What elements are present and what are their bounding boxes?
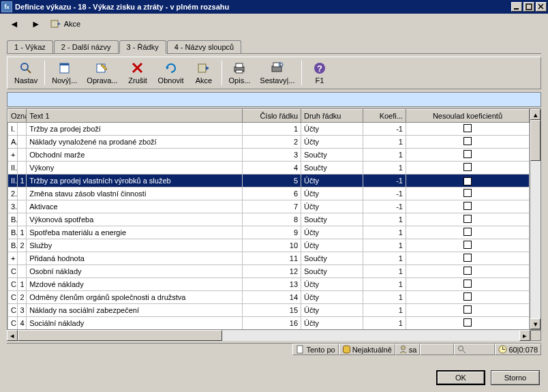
checkbox[interactable] — [463, 292, 472, 301]
cell-koef[interactable]: -1 — [363, 187, 406, 200]
nav-next-button[interactable]: ► — [29, 17, 44, 31]
cell-text[interactable]: Přidaná hodnota — [27, 252, 243, 265]
cell-oz1[interactable]: 2. — [8, 187, 18, 200]
cell-text[interactable]: Tržby za prodej zboží — [27, 123, 243, 136]
cell-druh-radku[interactable]: Účty — [301, 136, 363, 149]
cell-nesoulad[interactable] — [406, 187, 529, 200]
cell-oz1[interactable]: B. — [8, 213, 18, 226]
cell-text[interactable]: Náklady vynaložené na prodané zboží — [27, 136, 243, 149]
checkbox[interactable] — [463, 241, 472, 249]
vertical-scrollbar[interactable]: ▴ ▾ — [530, 109, 541, 329]
cell-nesoulad[interactable] — [406, 123, 529, 136]
col-nesoulad[interactable]: Nesoulad koeficientů — [406, 110, 529, 123]
cell-oz1[interactable]: C. — [8, 278, 18, 291]
cell-druh-radku[interactable]: Účty — [301, 239, 363, 252]
cell-koef[interactable]: -1 — [363, 123, 406, 136]
cell-text[interactable]: Náklady na sociální zabezpečení — [27, 304, 243, 317]
checkbox[interactable] — [463, 137, 472, 145]
cell-text[interactable]: Spotřeba materiálu a energie — [27, 226, 243, 239]
status-search[interactable] — [454, 344, 495, 355]
table-row[interactable]: C.Osobní náklady12Součty1 — [8, 265, 530, 278]
cell-oz2[interactable] — [17, 136, 27, 149]
cell-druh-radku[interactable]: Účty — [301, 304, 363, 317]
scroll-left-button[interactable]: ◂ — [7, 330, 18, 341]
cell-text[interactable]: Odměny členům orgánů společnosti a družs… — [27, 291, 243, 304]
cell-oz1[interactable]: II. — [8, 162, 18, 175]
cell-koef[interactable]: 1 — [363, 226, 406, 239]
table-row[interactable]: 2.Změna stavu zásob vlastní činnosti6Účt… — [8, 187, 530, 200]
cell-nesoulad[interactable] — [406, 291, 529, 304]
cell-cislo-radku[interactable]: 13 — [243, 278, 301, 291]
col-druh-radku[interactable]: Druh řádku — [301, 110, 363, 123]
cell-cislo-radku[interactable]: 9 — [243, 226, 301, 239]
cell-oz1[interactable]: B. — [8, 239, 18, 252]
checkbox[interactable] — [463, 189, 472, 197]
col-text1[interactable]: Text 1 — [27, 110, 243, 123]
cell-oz1[interactable]: + — [8, 149, 18, 162]
cell-oz2[interactable]: 2 — [17, 239, 27, 252]
table-row[interactable]: C.3Náklady na sociální zabezpečení15Účty… — [8, 304, 530, 317]
checkbox[interactable] — [463, 254, 472, 262]
cell-nesoulad[interactable] — [406, 136, 529, 149]
cell-nesoulad[interactable] — [406, 278, 529, 291]
cell-oz2[interactable] — [17, 200, 27, 213]
cell-nesoulad[interactable] — [406, 317, 529, 330]
cell-druh-radku[interactable]: Účty — [301, 226, 363, 239]
cell-text[interactable]: Výkonová spotřeba — [27, 213, 243, 226]
minimize-button[interactable] — [511, 2, 522, 12]
cell-cislo-radku[interactable]: 8 — [243, 213, 301, 226]
tab-radky[interactable]: 3 - Řádky — [119, 40, 166, 53]
table-row[interactable]: II.Výkony4Součty1 — [8, 162, 530, 175]
cell-oz1[interactable]: II. — [8, 175, 18, 187]
table-row[interactable]: C.1Mzdové náklady13Účty1 — [8, 278, 530, 291]
cell-koef[interactable]: 1 — [363, 213, 406, 226]
checkbox[interactable] — [463, 267, 472, 275]
cell-druh-radku[interactable]: Účty — [301, 175, 363, 187]
cell-cislo-radku[interactable]: 16 — [243, 317, 301, 330]
horizontal-scrollbar[interactable]: ◂ ▸ — [7, 330, 530, 341]
cell-oz1[interactable]: B. — [8, 226, 18, 239]
table-row[interactable]: II.1Tržby za prodej vlastních výrobků a … — [8, 175, 530, 187]
cell-text[interactable]: Sociální náklady — [27, 317, 243, 330]
checkbox[interactable] — [463, 163, 472, 171]
cell-druh-radku[interactable]: Součty — [301, 213, 363, 226]
toolbar-zrusit[interactable]: Zrušit — [123, 59, 153, 87]
cell-cislo-radku[interactable]: 3 — [243, 149, 301, 162]
cell-nesoulad[interactable] — [406, 149, 529, 162]
cell-druh-radku[interactable]: Účty — [301, 123, 363, 136]
cell-oz1[interactable]: C. — [8, 304, 18, 317]
cell-cislo-radku[interactable]: 12 — [243, 265, 301, 278]
cell-nesoulad[interactable] — [406, 239, 529, 252]
checkbox[interactable] — [463, 124, 472, 132]
cell-text[interactable]: Aktivace — [27, 200, 243, 213]
checkbox[interactable] — [463, 318, 472, 327]
cell-text[interactable]: Služby — [27, 239, 243, 252]
cell-koef[interactable]: 1 — [363, 239, 406, 252]
cell-koef[interactable]: 1 — [363, 317, 406, 330]
col-oznaceni[interactable]: Označení — [8, 110, 27, 123]
cell-oz2[interactable]: 1 — [17, 278, 27, 291]
cell-koef[interactable]: 1 — [363, 278, 406, 291]
scroll-right-button[interactable]: ▸ — [519, 330, 530, 341]
cell-koef[interactable]: 1 — [363, 252, 406, 265]
cell-oz1[interactable]: I. — [8, 123, 18, 136]
table-row[interactable]: B.1Spotřeba materiálu a energie9Účty1 — [8, 226, 530, 239]
tab-dalsi-nazvy[interactable]: 2 - Další názvy — [54, 40, 119, 53]
cell-nesoulad[interactable] — [406, 304, 529, 317]
table-row[interactable]: C.4Sociální náklady16Účty1 — [8, 317, 530, 330]
cell-koef[interactable]: 1 — [363, 149, 406, 162]
cell-koef[interactable]: -1 — [363, 200, 406, 213]
cell-oz2[interactable] — [17, 252, 27, 265]
cell-oz2[interactable] — [17, 149, 27, 162]
table-row[interactable]: +Přidaná hodnota11Součty1 — [8, 252, 530, 265]
cell-koef[interactable]: 1 — [363, 136, 406, 149]
cell-koef[interactable]: 1 — [363, 291, 406, 304]
toolbar-sestavy[interactable]: Sestavy|... — [255, 59, 299, 87]
cell-nesoulad[interactable] — [406, 265, 529, 278]
scroll-thumb[interactable] — [530, 120, 541, 161]
ok-button[interactable]: OK — [436, 370, 485, 385]
cell-koef[interactable]: -1 — [363, 175, 406, 187]
cell-druh-radku[interactable]: Součty — [301, 265, 363, 278]
cell-druh-radku[interactable]: Účty — [301, 317, 363, 330]
cell-oz1[interactable]: C. — [8, 265, 18, 278]
